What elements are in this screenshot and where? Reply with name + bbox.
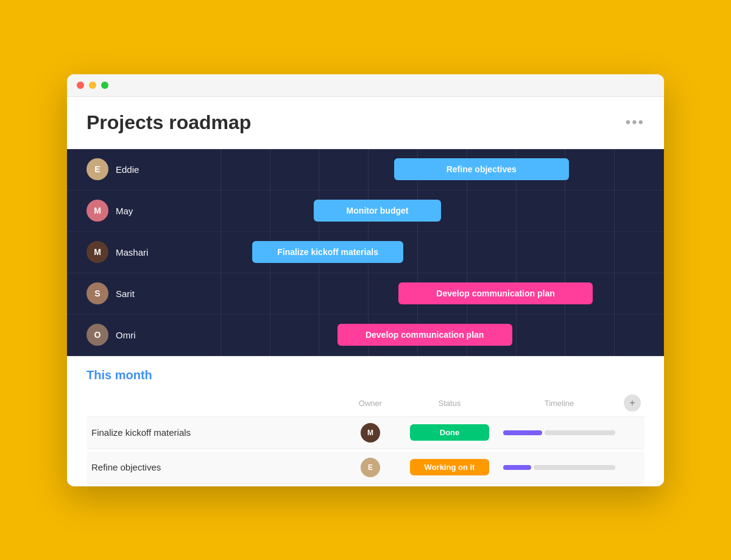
app-window: Projects roadmap ••• E Eddie Refin xyxy=(67,74,664,486)
gantt-chart: E Eddie Refine objectives M May Monitor … xyxy=(67,149,664,356)
person-omri: O Omri xyxy=(87,324,172,346)
minimize-button[interactable] xyxy=(89,82,96,89)
person-mashari: M Mashari xyxy=(87,241,172,263)
owner-avatar-mashari: M xyxy=(361,423,380,443)
titlebar xyxy=(67,74,664,97)
name-omri: Omri xyxy=(116,330,136,340)
gantt-row-omri: O Omri Develop communication plan xyxy=(67,315,664,356)
header: Projects roadmap ••• xyxy=(67,97,664,149)
maximize-button[interactable] xyxy=(101,82,108,89)
task-name-refine: Refine objectives xyxy=(91,462,340,473)
timeline-fill xyxy=(503,465,531,470)
col-header-timeline: Timeline xyxy=(498,397,620,408)
timeline-refine xyxy=(498,465,620,470)
col-header-owner: Owner xyxy=(340,397,401,408)
bar-eddie[interactable]: Refine objectives xyxy=(394,158,569,180)
name-may: May xyxy=(116,206,133,216)
timeline-finalize xyxy=(498,430,620,435)
bottom-section: This month Owner Status Timeline + Final… xyxy=(67,356,664,484)
timeline-fill xyxy=(503,430,542,435)
name-eddie: Eddie xyxy=(116,164,139,175)
status-finalize[interactable]: Done xyxy=(401,424,498,441)
track-may: Monitor budget xyxy=(172,200,644,222)
table-row-finalize: Finalize kickoff materials M Done xyxy=(87,417,644,449)
avatar-eddie: E xyxy=(87,158,108,180)
table-row-refine: Refine objectives E Working on it xyxy=(87,452,644,484)
gantt-row-mashari: M Mashari Finalize kickoff materials xyxy=(67,232,664,273)
name-sarit: Sarit xyxy=(116,289,135,299)
owner-avatar-eddie: E xyxy=(361,458,380,477)
timeline-empty xyxy=(545,430,615,435)
avatar-omri: O xyxy=(87,324,108,346)
track-eddie: Refine objectives xyxy=(172,158,644,180)
close-button[interactable] xyxy=(77,82,84,89)
bar-omri[interactable]: Develop communication plan xyxy=(337,324,512,346)
avatar-mashari: M xyxy=(87,241,108,263)
bar-mashari[interactable]: Finalize kickoff materials xyxy=(252,241,403,263)
avatar-may: M xyxy=(87,200,108,222)
person-eddie: E Eddie xyxy=(87,158,172,180)
person-sarit: S Sarit xyxy=(87,282,172,304)
section-title: This month xyxy=(87,368,644,382)
status-refine[interactable]: Working on it xyxy=(401,459,498,475)
timeline-bar-refine xyxy=(498,465,620,470)
col-header-status: Status xyxy=(401,397,498,408)
col-header-add: + xyxy=(620,394,644,411)
gantt-row-sarit: S Sarit Develop communication plan xyxy=(67,273,664,315)
track-omri: Develop communication plan xyxy=(172,324,644,346)
bar-sarit[interactable]: Develop communication plan xyxy=(398,282,592,304)
track-mashari: Finalize kickoff materials xyxy=(172,241,644,263)
gantt-row-may: M May Monitor budget xyxy=(67,191,664,232)
status-badge-working[interactable]: Working on it xyxy=(410,459,489,475)
owner-refine: E xyxy=(340,458,401,477)
track-sarit: Develop communication plan xyxy=(172,282,644,304)
name-mashari: Mashari xyxy=(116,247,148,257)
gantt-row-eddie: E Eddie Refine objectives xyxy=(67,149,664,191)
task-name-finalize: Finalize kickoff materials xyxy=(91,427,340,438)
owner-finalize: M xyxy=(340,423,401,443)
bar-may[interactable]: Monitor budget xyxy=(314,200,442,222)
more-options-button[interactable]: ••• xyxy=(626,114,644,131)
person-may: M May xyxy=(87,200,172,222)
table-header: Owner Status Timeline + xyxy=(87,390,644,417)
timeline-empty xyxy=(534,465,615,470)
avatar-sarit: S xyxy=(87,282,108,304)
status-badge-done[interactable]: Done xyxy=(410,424,489,441)
page-title: Projects roadmap xyxy=(87,111,251,134)
timeline-bar-finalize xyxy=(498,430,620,435)
add-column-button[interactable]: + xyxy=(624,394,641,411)
